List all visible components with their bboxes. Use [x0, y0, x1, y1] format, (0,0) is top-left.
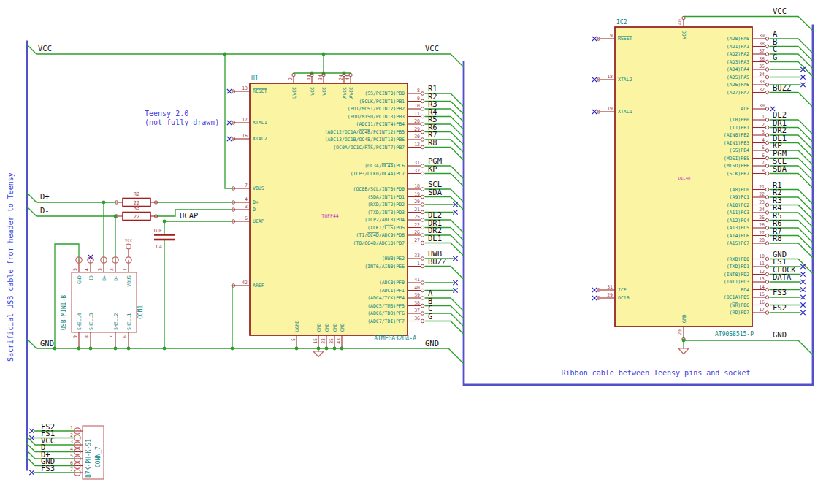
u1-footprint: TQFP44	[321, 213, 339, 219]
schematic-canvas: VCCVCCD+D-UCAPGNDGNDU1ATMEGA32U4-ATQFP44…	[0, 0, 826, 504]
ic2-pin-number: 13	[759, 276, 765, 282]
u1-pin-number: 25	[414, 214, 420, 220]
u1-pin-number: 13	[242, 85, 248, 91]
ic2-pin-name: (AIN1)PB3	[724, 140, 749, 146]
net-label-buzz-u1: BUZZ	[428, 257, 446, 266]
ic2-pin-name: (AD7)PA7	[727, 90, 749, 96]
ic2-pin-number: 40	[677, 19, 683, 25]
u1-pin-name: (ADC0)PF0	[379, 280, 405, 286]
con1-pin-number: 8	[84, 335, 90, 338]
ic2-pin-name: XTAL2	[618, 77, 632, 83]
u1-pin-number: 9	[417, 96, 420, 102]
u1-pin-number: 32	[414, 168, 420, 174]
u1-pin-number: 2	[288, 77, 294, 80]
u1-pin-name: (TXD/INT3)PD3	[367, 210, 405, 215]
ic2-pin-name: (A12)PC4	[727, 218, 749, 224]
pin-end-circle	[421, 107, 424, 110]
pin-end-circle	[421, 289, 424, 291]
pin-end-circle	[765, 53, 768, 56]
pin-end-circle	[421, 115, 424, 118]
ic2-pin-number: 2	[762, 122, 765, 128]
conn7-pin-number: 2	[70, 432, 73, 438]
net-label-buzz-ic2: BUZZ	[773, 83, 791, 92]
u1-net-wire	[425, 197, 464, 210]
ic2-pin-name: RESET	[618, 36, 632, 42]
pin-end-circle	[421, 241, 424, 244]
pin-end-circle	[765, 156, 768, 159]
u1-pin-name: UVCC	[291, 87, 297, 99]
u1-value: ATMEGA32U4-A	[374, 335, 416, 342]
conn7-pin-number: 3	[70, 439, 73, 445]
pin-end-circle	[765, 37, 768, 40]
ic2-pin-number: 6	[762, 153, 765, 159]
pin-end-circle	[765, 234, 768, 237]
u1-pin-name: AREF	[253, 283, 264, 289]
junction-dot	[333, 347, 337, 351]
ic2-pin-name: PD4	[741, 287, 749, 293]
con1-pin-number: 2	[109, 268, 115, 271]
u1-pin-name: (ADC12/OC1A/OC4B/PCINT12)PB5	[324, 129, 405, 135]
u1-pin-number: 4	[245, 196, 248, 202]
ic2-pin-name: (T0)PB0	[730, 117, 749, 123]
ic2-pin-number: 12	[759, 269, 765, 275]
pin-end-circle	[421, 138, 424, 141]
pin-end-circle	[765, 218, 768, 221]
net-label-vcc-right-u1: VCC	[425, 44, 439, 53]
ic2-pin-name: (WR)PD6	[730, 302, 749, 308]
net-label-fs3-ic2: FS3	[773, 288, 787, 297]
ic2-pin-number: 32	[759, 87, 765, 93]
ic2-pin-name: XTAL1	[618, 109, 632, 115]
pin-end-circle	[421, 312, 424, 315]
u1-pin-number: 38	[414, 300, 420, 306]
con1-pin-name: SHELL3	[88, 313, 94, 330]
u1-pin-name: (T1/OC4D/ADC9)PD6	[356, 232, 405, 238]
conn7-pin-number: 7	[70, 467, 73, 473]
u1-ref: U1	[251, 75, 259, 82]
ic2-pin-name: (AD4)PA4	[727, 66, 749, 72]
ic2-gnd-wire	[684, 340, 813, 355]
ic2-pin-number: 20	[677, 329, 683, 335]
net-label-gnd-right-u1: GND	[425, 339, 439, 348]
pin-end-circle	[765, 257, 768, 260]
net-label-vcc-left: VCC	[38, 44, 52, 53]
u1-pin-number: 34	[318, 75, 324, 80]
pin-end-circle	[421, 297, 424, 299]
ic2-pin-name: (TXD)PD1	[727, 264, 749, 270]
u1-pin-number: 6	[245, 215, 248, 221]
pin-end-circle	[765, 134, 768, 137]
u1-pin-name: (ADC13/OC1B/OC4B/PCINT13)PB6	[324, 137, 405, 142]
u1-pin-number: 29	[414, 126, 420, 132]
u1-pin-name: XTAL2	[253, 136, 267, 142]
pin-end-circle	[765, 211, 768, 214]
con1-pin-name: SHELL4	[77, 313, 83, 330]
con1-pin-number: 6	[122, 335, 128, 338]
ic2-pin-name: (A9)PC1	[730, 194, 749, 200]
ic2-pin-number: 36	[759, 56, 765, 62]
ic2-pin-number: 11	[759, 261, 765, 267]
u1-pin-number: 33	[414, 253, 420, 259]
ic2-pin-number: 38	[759, 41, 765, 47]
pin-end-circle	[421, 145, 424, 148]
u1-pin-name: (ICP3/CLK0/OC4A)PC7	[351, 171, 405, 177]
u1-pin-number: 16	[242, 133, 248, 139]
pin-end-circle	[765, 91, 768, 93]
ic2-pin-number: 35	[759, 64, 765, 69]
ic2-pin-number: 30	[759, 103, 765, 109]
pin-end-circle	[421, 226, 424, 229]
u1-pin-number: 1	[417, 261, 420, 267]
u1-pin-name: VCC	[321, 87, 327, 96]
ic2-pin-name: (RD)PD7	[730, 310, 749, 316]
ic2-pin-name: (A14)PC6	[727, 233, 749, 239]
ic2-pin-number: 17	[759, 307, 765, 313]
pin-end-circle	[765, 118, 768, 121]
c4-ref: C4	[156, 244, 162, 250]
pin-end-circle	[421, 257, 424, 260]
schematic-svg: VCCVCCD+D-UCAPGNDGNDU1ATMEGA32U4-ATQFP44…	[0, 0, 826, 504]
con1-pin-number: 4	[84, 268, 90, 271]
pin-end-circle	[421, 99, 424, 102]
u1-pin-name: (ADC6/TDO)PF6	[367, 310, 405, 316]
ic2-pin-number: 16	[759, 299, 765, 305]
u1-pin-name: VCC	[310, 87, 316, 96]
u1-pin-name: UCAP	[253, 218, 264, 224]
u1-pin-name: (ADC11/PCINT4)PB4	[356, 121, 405, 127]
